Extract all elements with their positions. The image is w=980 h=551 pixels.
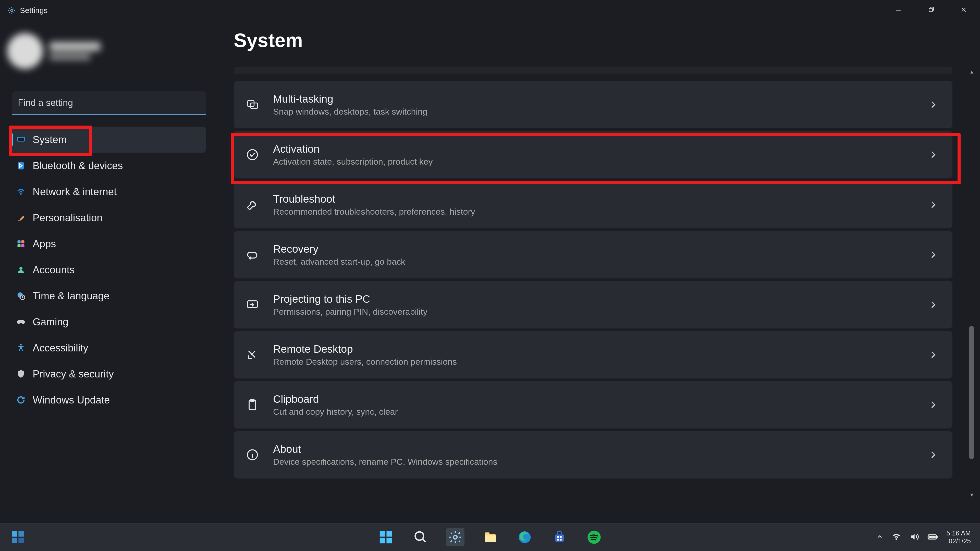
window-controls: ─ [882,0,980,21]
sidebar-item-apps[interactable]: Apps [10,231,206,257]
svg-rect-8 [21,244,24,247]
svg-rect-25 [387,531,392,537]
svg-rect-22 [12,538,18,543]
clock-time: 5:16 AM [947,529,971,537]
scrollbar[interactable]: ▲ ▼ [969,69,974,498]
search-icon[interactable] [411,528,430,546]
sidebar-item-system[interactable]: System [10,127,206,153]
row-subtitle: Cut and copy history, sync, clear [273,407,914,417]
settings-row-troubleshoot[interactable]: Troubleshoot Recommended troubleshooters… [234,181,953,228]
sidebar-item-windows-update[interactable]: Windows Update [10,387,206,413]
settings-row-projecting[interactable]: Projecting to this PC Permissions, pairi… [234,281,953,328]
accessibility-icon [16,343,25,352]
minimize-button[interactable]: ─ [882,0,915,21]
chevron-right-icon [928,450,938,460]
volume-tray-icon[interactable] [909,532,919,543]
page-title: System [234,29,953,51]
settings-row-about[interactable]: About Device specifications, rename PC, … [234,431,953,479]
monitor-icon [16,135,25,144]
wrench-icon [245,198,259,212]
scroll-down-icon[interactable]: ▼ [969,492,974,498]
svg-rect-21 [18,531,24,537]
row-subtitle: Device specifications, rename PC, Window… [273,457,914,467]
row-subtitle: Snap windows, desktops, task switching [273,107,914,117]
widgets-button[interactable] [11,530,25,545]
scrollbar-thumb[interactable] [969,326,974,459]
search-box[interactable] [12,91,206,115]
battery-tray-icon[interactable] [927,531,939,543]
taskbar-clock[interactable]: 5:16 AM 02/1/25 [947,529,971,545]
settings-row-multitasking[interactable]: Multi-tasking Snap windows, desktops, ta… [234,81,953,128]
minimize-icon: ─ [896,6,900,14]
restore-icon [928,6,934,15]
svg-rect-34 [560,536,562,538]
update-icon [16,395,25,404]
windows-start-icon[interactable] [377,528,395,546]
user-name [49,42,100,51]
row-title: Multi-tasking [273,93,914,105]
close-button[interactable] [947,0,980,21]
tray-expand-icon[interactable] [876,533,883,541]
svg-rect-20 [12,531,18,537]
file-explorer-icon[interactable] [481,528,499,546]
sidebar-item-privacy[interactable]: Privacy & security [10,361,206,387]
sidebar: System Bluetooth & devices Network & int… [10,127,206,413]
user-account-block[interactable] [7,28,140,74]
system-tray: 5:16 AM 02/1/25 [876,529,980,545]
row-title: Recovery [273,243,914,255]
svg-point-9 [19,267,22,270]
settings-row-activation[interactable]: Activation Activation state, subscriptio… [234,131,953,178]
recovery-icon [245,248,259,261]
scroll-up-icon[interactable]: ▲ [969,69,974,75]
svg-rect-26 [380,538,385,543]
row-subtitle: Remote Desktop users, connection permiss… [273,357,914,367]
svg-rect-27 [387,538,392,543]
app-title: Settings [20,6,48,15]
list-top-strip [234,67,953,74]
edge-browser-icon[interactable] [515,528,534,546]
search-input[interactable] [18,97,200,108]
svg-rect-30 [485,535,496,542]
chevron-right-icon [928,299,938,310]
project-icon [245,298,259,312]
wifi-tray-icon[interactable] [891,532,901,543]
row-title: About [273,443,914,455]
row-text: Recovery Reset, advanced start-up, go ba… [273,243,914,267]
sidebar-item-personalisation[interactable]: Personalisation [10,205,206,231]
svg-rect-4 [18,162,24,169]
sidebar-item-label: Privacy & security [33,368,114,380]
sidebar-item-time-language[interactable]: Time & language [10,283,206,309]
svg-rect-33 [557,536,559,538]
spotify-icon[interactable] [585,528,603,546]
sidebar-item-bluetooth[interactable]: Bluetooth & devices [10,153,206,178]
row-title: Projecting to this PC [273,293,914,305]
settings-row-clipboard[interactable]: Clipboard Cut and copy history, sync, cl… [234,381,953,428]
sidebar-item-network[interactable]: Network & internet [10,178,206,205]
settings-icon[interactable] [446,528,465,546]
globe-clock-icon [16,291,25,300]
bluetooth-icon [16,161,25,170]
svg-rect-3 [18,138,24,141]
svg-point-0 [11,10,13,12]
settings-list: Multi-tasking Snap windows, desktops, ta… [234,81,953,479]
row-subtitle: Activation state, subscription, product … [273,157,914,167]
svg-rect-6 [21,240,24,244]
chevron-right-icon [928,150,938,160]
sidebar-item-label: System [33,134,67,145]
taskbar: 5:16 AM 02/1/25 [0,523,980,551]
sidebar-item-accessibility[interactable]: Accessibility [10,335,206,361]
sidebar-item-label: Bluetooth & devices [33,160,123,172]
row-subtitle: Recommended troubleshooters, preferences… [273,207,914,217]
sidebar-item-accounts[interactable]: Accounts [10,257,206,283]
settings-row-recovery[interactable]: Recovery Reset, advanced start-up, go ba… [234,231,953,279]
sidebar-item-label: Windows Update [33,394,110,406]
maximize-button[interactable] [915,0,947,21]
paintbrush-icon [16,213,25,222]
sidebar-item-gaming[interactable]: Gaming [10,309,206,335]
row-title: Clipboard [273,393,914,405]
sidebar-item-label: Personalisation [33,212,103,224]
settings-row-remote-desktop[interactable]: Remote Desktop Remote Desktop users, con… [234,331,953,379]
row-text: Projecting to this PC Permissions, pairi… [273,293,914,317]
svg-rect-36 [560,539,562,541]
microsoft-store-icon[interactable] [550,528,569,546]
